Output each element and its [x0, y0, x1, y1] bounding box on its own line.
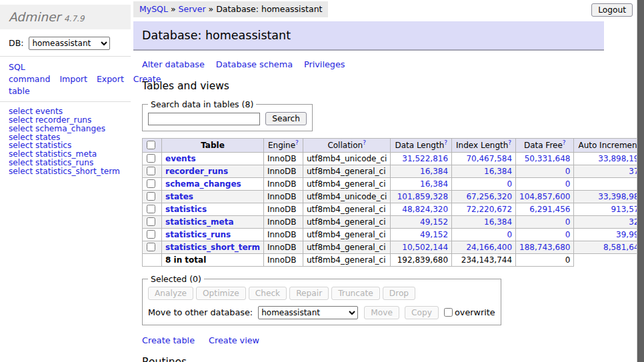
row-checkbox-statistics-short-term[interactable] [147, 243, 155, 251]
select-all-checkbox[interactable] [147, 141, 155, 149]
index-length-link[interactable]: 0 [507, 179, 512, 189]
index-length-link[interactable]: 72,220,672 [466, 205, 512, 214]
data-length-link[interactable]: 16,384 [420, 167, 448, 176]
index-length-cell: 16,384 [452, 165, 516, 178]
table-name-cell: states [162, 191, 264, 203]
search-legend: Search data in tables (8) [148, 99, 256, 109]
data-free-link[interactable]: 50,331,648 [525, 154, 571, 163]
overwrite-label: overwrite [455, 307, 495, 317]
copy-button[interactable]: Copy [405, 306, 439, 319]
data-free-link[interactable]: 0 [565, 179, 571, 189]
totals-collation: utf8mb4_general_ci [303, 254, 391, 267]
database-action-link-privileges[interactable]: Privileges [304, 59, 345, 69]
data-length-link[interactable]: 49,152 [420, 217, 448, 227]
sidebar-table-link-select-statistics-short-term[interactable]: select statistics_short_term [9, 167, 131, 176]
data-length-cell: 48,824,320 [391, 203, 452, 216]
sidebar-op-link-sql-command[interactable]: SQL command [9, 62, 50, 84]
data-length-link[interactable]: 10,502,144 [402, 243, 448, 252]
data-free-link[interactable]: 104,857,600 [519, 192, 570, 201]
create-link-create-table[interactable]: Create table [142, 335, 195, 345]
totals-data-free: 0 [516, 254, 574, 267]
table-name-link-statistics-runs[interactable]: statistics_runs [165, 230, 231, 239]
data-length-link[interactable]: 31,522,816 [402, 154, 448, 163]
page-scrollbar[interactable] [637, 0, 644, 362]
row-checkbox-schema-changes[interactable] [147, 179, 155, 188]
index-length-link[interactable]: 70,467,584 [466, 154, 512, 163]
table-name-link-events[interactable]: events [165, 154, 196, 163]
optimize-button[interactable]: Optimize [196, 287, 246, 300]
help-icon[interactable]: ? [295, 139, 299, 146]
check-button[interactable]: Check [249, 287, 287, 300]
breadcrumb-link-mysql[interactable]: MySQL [139, 4, 168, 14]
index-length-link[interactable]: 67,256,320 [466, 192, 512, 201]
help-icon[interactable]: ? [563, 139, 566, 146]
collation-cell: utf8mb4_general_ci [303, 216, 391, 229]
table-name-link-recorder-runs[interactable]: recorder_runs [165, 167, 228, 176]
data-free-link[interactable]: 0 [565, 167, 571, 176]
search-button[interactable]: Search [265, 112, 307, 125]
data-free-link[interactable]: 0 [565, 230, 571, 239]
row-checkbox-statistics[interactable] [147, 205, 155, 213]
auto-increment-cell: 39,999 [574, 229, 644, 241]
table-name-link-statistics-short-term[interactable]: statistics_short_term [165, 243, 260, 252]
truncate-button[interactable]: Truncate [331, 287, 380, 300]
totals-row: 8 in totalInnoDButf8mb4_general_ci192,83… [143, 254, 644, 267]
table-name-link-states[interactable]: states [165, 192, 193, 201]
sidebar-divider [0, 101, 131, 102]
tables-overview: TableEngine?Collation?Data Length?Index … [142, 138, 644, 267]
engine-cell: InnoDB [263, 216, 303, 229]
row-checkbox-cell [143, 165, 162, 178]
sidebar-op-link-export[interactable]: Export [97, 74, 124, 84]
database-action-link-alter-database[interactable]: Alter database [142, 59, 205, 69]
data-free-cell: 0 [516, 216, 574, 229]
analyze-button[interactable]: Analyze [148, 287, 193, 300]
row-checkbox-recorder-runs[interactable] [147, 167, 155, 175]
table-name-link-schema-changes[interactable]: schema_changes [165, 179, 241, 189]
index-length-link[interactable]: 24,166,400 [466, 243, 512, 252]
data-length-link[interactable]: 16,384 [420, 179, 448, 189]
row-checkbox-states[interactable] [147, 192, 155, 201]
row-checkbox-cell [143, 229, 162, 241]
sidebar-table-link-select-recorder-runs[interactable]: select recorder_runs [9, 116, 131, 125]
create-link-create-view[interactable]: Create view [209, 335, 259, 345]
sidebar-op-link-import[interactable]: Import [59, 74, 87, 84]
index-length-link[interactable]: 16,384 [484, 167, 512, 176]
help-icon[interactable]: ? [363, 139, 366, 146]
table-row-schema-changes: schema_changesInnoDButf8mb4_general_ci16… [143, 178, 644, 191]
breadcrumb-link-server[interactable]: Server [179, 4, 206, 14]
row-checkbox-events[interactable] [147, 154, 155, 163]
db-select[interactable]: homeassistant [29, 37, 110, 50]
data-length-link[interactable]: 49,152 [420, 230, 448, 239]
column-header-data-free: Data Free? [516, 139, 574, 153]
sidebar-table-link-select-schema-changes[interactable]: select schema_changes [9, 125, 131, 133]
data-length-cell: 10,502,144 [391, 241, 452, 254]
data-length-link[interactable]: 48,824,320 [402, 205, 448, 214]
index-length-link[interactable]: 0 [507, 230, 512, 239]
table-name-link-statistics[interactable]: statistics [165, 205, 207, 214]
index-length-link[interactable]: 16,384 [484, 217, 512, 227]
drop-button[interactable]: Drop [383, 287, 415, 300]
search-input[interactable] [148, 113, 260, 125]
data-free-link[interactable]: 6,291,456 [529, 205, 570, 214]
data-free-link[interactable]: 188,743,680 [519, 243, 570, 252]
database-action-link-database-schema[interactable]: Database schema [216, 59, 293, 69]
sidebar-table-link-select-statistics-runs[interactable]: select statistics_runs [9, 159, 131, 167]
repair-button[interactable]: Repair [289, 287, 329, 300]
data-length-link[interactable]: 101,859,328 [397, 192, 448, 201]
data-free-link[interactable]: 0 [565, 217, 571, 227]
engine-cell: InnoDB [263, 165, 303, 178]
table-row-recorder-runs: recorder_runsInnoDButf8mb4_general_ci16,… [143, 165, 644, 178]
move-button[interactable]: Move [364, 306, 399, 319]
help-icon[interactable]: ? [444, 139, 447, 146]
index-length-cell: 72,220,672 [452, 203, 516, 216]
engine-cell: InnoDB [263, 153, 303, 165]
table-row-statistics-short-term: statistics_short_termInnoDButf8mb4_gener… [143, 241, 644, 254]
table-name-link-statistics-meta[interactable]: statistics_meta [165, 217, 234, 227]
help-icon[interactable]: ? [508, 139, 511, 146]
move-row: Move to other database: homeassistant Mo… [148, 306, 495, 319]
row-checkbox-statistics-meta[interactable] [147, 217, 155, 226]
move-db-select[interactable]: homeassistant [258, 306, 358, 319]
row-checkbox-statistics-runs[interactable] [147, 230, 155, 239]
overwrite-checkbox[interactable] [444, 308, 453, 317]
sidebar-divider [0, 56, 131, 57]
